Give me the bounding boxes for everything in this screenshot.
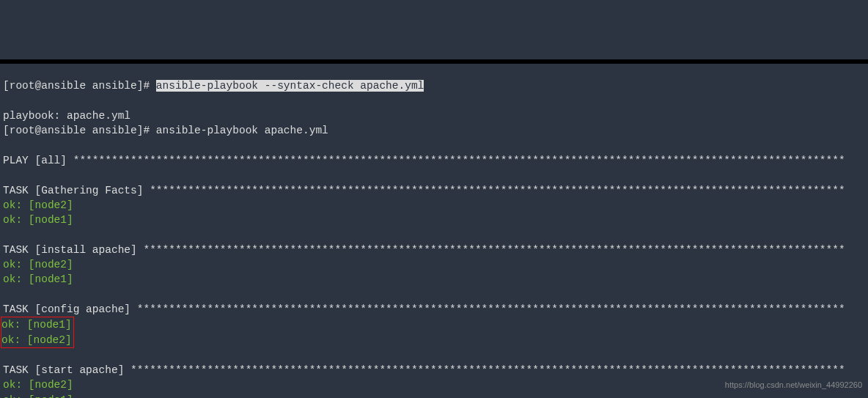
ok-node1: ok: [node1] xyxy=(3,273,73,285)
asterisks-line: ****************************************… xyxy=(73,155,845,166)
asterisks-line: ****************************************… xyxy=(137,303,845,315)
playbook-name-line: playbook: apache.yml xyxy=(3,110,130,122)
shell-prompt-2: [root@ansible ansible]# xyxy=(3,125,156,136)
ok-node2: ok: [node2] xyxy=(1,334,72,346)
ok-node2: ok: [node2] xyxy=(3,199,73,211)
command-1: ansible-playbook --syntax-check apache.y… xyxy=(156,80,424,92)
ok-node2: ok: [node2] xyxy=(3,259,73,270)
terminal-output[interactable]: [root@ansible ansible]# ansible-playbook… xyxy=(0,78,868,398)
shell-prompt-1: [root@ansible ansible]# xyxy=(3,80,156,92)
ok-node1: ok: [node1] xyxy=(3,214,73,226)
watermark-text: https://blog.csdn.net/weixin_44992260 xyxy=(725,380,862,391)
asterisks-line: ****************************************… xyxy=(150,185,845,196)
ok-node1: ok: [node1] xyxy=(3,394,73,398)
ok-node2: ok: [node2] xyxy=(3,379,73,391)
ok-node1: ok: [node1] xyxy=(1,319,72,331)
asterisks-line: ****************************************… xyxy=(143,244,845,256)
task-config-header: TASK [config apache] xyxy=(3,303,137,315)
command-2: ansible-playbook apache.yml xyxy=(156,125,328,136)
task-install-header: TASK [install apache] xyxy=(3,244,143,256)
asterisks-line: ****************************************… xyxy=(130,364,845,376)
play-all-header: PLAY [all] xyxy=(3,155,73,166)
highlighted-box: ok: [node1] ok: [node2] xyxy=(1,317,74,348)
task-start-header: TASK [start apache] xyxy=(3,364,130,376)
task-gathering-header: TASK [Gathering Facts] xyxy=(3,185,150,196)
window-titlebar xyxy=(0,59,868,64)
